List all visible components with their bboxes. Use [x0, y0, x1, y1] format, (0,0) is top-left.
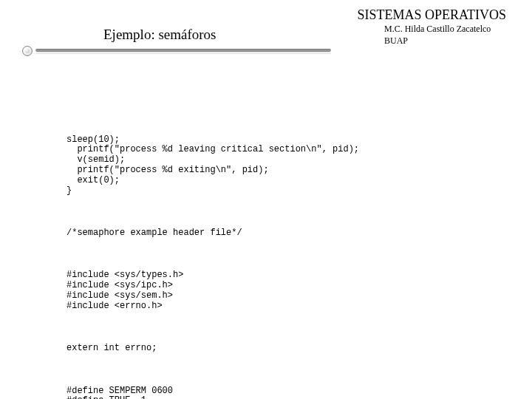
code-content: sleep(10); printf("process %d leaving cr…	[66, 115, 359, 399]
header-title: SISTEMAS OPERATIVOS	[357, 7, 506, 23]
divider-shadow	[35, 52, 331, 55]
decorative-bullet-line	[22, 46, 336, 56]
bullet-icon	[22, 46, 33, 56]
institution-name: BUAP	[384, 35, 506, 47]
code-block-4: extern int errno;	[66, 344, 359, 354]
code-block-1: sleep(10); printf("process %d leaving cr…	[66, 135, 359, 197]
author-name: M.C. Hilda Castillo Zacatelco	[384, 24, 506, 35]
code-block-5: #define SEMPERM 0600 #define TRUE 1 #def…	[66, 386, 359, 399]
divider-bar	[35, 49, 331, 52]
author-block: M.C. Hilda Castillo Zacatelco BUAP	[384, 24, 506, 47]
code-block-3: #include <sys/types.h> #include <sys/ipc…	[66, 270, 359, 311]
code-block-2: /*semaphore example header file*/	[66, 228, 359, 239]
slide-subtitle: Ejemplo: semáforos	[103, 27, 216, 43]
